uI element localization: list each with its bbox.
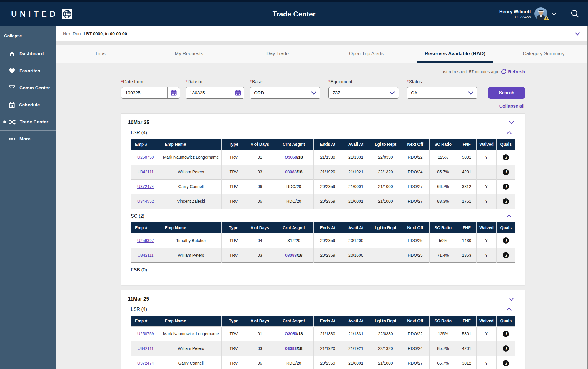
- table-header-cell: Lgl to Rept: [370, 316, 401, 326]
- tab-category-summary[interactable]: Category Summary: [499, 45, 588, 63]
- emp-number-link[interactable]: U259397: [137, 238, 154, 243]
- waived-cell: Y: [477, 233, 496, 248]
- base-label: Base: [252, 79, 262, 84]
- search-button[interactable]: Search: [488, 87, 525, 99]
- asgmt-link[interactable]: O3050: [285, 331, 297, 336]
- waived-cell: Y: [477, 356, 496, 369]
- type-cell: TRV: [221, 356, 246, 369]
- avatar[interactable]: [534, 7, 548, 21]
- table-header-cell: Avail At: [342, 139, 370, 150]
- equipment-select[interactable]: 737: [328, 87, 399, 99]
- emp-number-link[interactable]: U372474: [137, 361, 154, 365]
- sc-ratio-cell: 71.4%: [429, 248, 457, 263]
- quals-info-icon[interactable]: i: [503, 169, 509, 175]
- united-logo[interactable]: UNITED: [11, 9, 73, 20]
- emp-number-link[interactable]: U258759: [137, 155, 154, 160]
- next-run-chevron-icon[interactable]: [574, 32, 580, 36]
- tab-day-trade[interactable]: Day Trade: [233, 45, 322, 63]
- ends-at-cell: 20/2359: [314, 356, 342, 369]
- sidebar-item-label: More: [19, 136, 31, 142]
- days-cell: 06: [246, 194, 274, 209]
- quals-info-icon[interactable]: i: [503, 345, 509, 352]
- tab-reserves-available-rad[interactable]: Reserves Available (RAD): [411, 45, 500, 63]
- calendar-icon[interactable]: [235, 90, 241, 96]
- base-select[interactable]: ORD: [250, 87, 320, 99]
- asgmt-link[interactable]: 03083: [285, 346, 297, 351]
- emp-number-link[interactable]: U342111: [138, 253, 154, 258]
- quals-info-icon[interactable]: i: [503, 198, 509, 204]
- quals-info-icon[interactable]: i: [503, 252, 509, 258]
- app-header: UNITED Trade Center Henry Wilmott U12345…: [0, 0, 588, 26]
- sidebar-item-favorites[interactable]: Favorites: [0, 62, 56, 79]
- lgl-to-rept-cell: 22/1320: [370, 341, 401, 356]
- table-header-cell: # of Days: [246, 222, 274, 233]
- sidebar-item-comm-center[interactable]: Comm Center: [0, 79, 56, 96]
- next-off-cell: RDO/24: [401, 165, 429, 179]
- search-icon[interactable]: [570, 9, 579, 19]
- fnf-cell: 4201: [457, 165, 477, 179]
- date-card: 10Mar 25LSR (4)Emp #Emp NameType# of Day…: [121, 113, 525, 285]
- date-card-chevron-icon[interactable]: [509, 121, 514, 124]
- category-group: FSB (0): [131, 267, 515, 273]
- calendar-icon[interactable]: [171, 90, 177, 96]
- emp-number-link[interactable]: U342111: [138, 170, 154, 174]
- emp-number-link[interactable]: U344552: [137, 199, 154, 204]
- date-card-chevron-icon[interactable]: [509, 297, 514, 301]
- tab-my-requests[interactable]: My Requests: [145, 45, 233, 63]
- sidebar-collapse-button[interactable]: Collapse: [0, 32, 56, 40]
- type-cell: TRV: [221, 150, 246, 165]
- emp-name-cell: William Peters: [161, 341, 221, 356]
- table-header-cell: # of Days: [246, 139, 274, 150]
- required-marker: *: [186, 79, 187, 84]
- quals-info-icon[interactable]: i: [503, 154, 509, 160]
- group-chevron-icon[interactable]: [506, 131, 512, 135]
- collapse-all-link[interactable]: Collapse all: [499, 103, 524, 109]
- sidebar-item-more[interactable]: More: [0, 130, 56, 147]
- tab-trips[interactable]: Trips: [56, 45, 145, 63]
- status-select[interactable]: CA: [407, 87, 477, 99]
- sidebar-item-schedule[interactable]: Schedule: [0, 96, 56, 113]
- user-id: U123456: [499, 15, 531, 20]
- status-select-value: CA: [411, 90, 417, 95]
- table-header-cell: Type: [221, 139, 246, 150]
- quals-info-icon[interactable]: i: [503, 360, 509, 366]
- lgl-to-rept-cell: [370, 233, 401, 248]
- user-menu-chevron-icon[interactable]: [552, 11, 556, 17]
- table-row: U258759Mark Naumowicz LongernameTRV01O30…: [131, 150, 515, 165]
- sidebar-item-trade-center[interactable]: Trade Center: [0, 113, 56, 130]
- scrollbar[interactable]: [587, 26, 588, 369]
- required-marker: *: [121, 79, 123, 84]
- refresh-button[interactable]: Refresh: [501, 69, 525, 74]
- type-cell: TRV: [221, 165, 246, 179]
- emp-number-link[interactable]: U372474: [137, 184, 154, 189]
- table-header-cell: Next Off: [401, 316, 429, 326]
- tab-open-trip-alerts[interactable]: Open Trip Alerts: [322, 45, 411, 63]
- quals-info-icon[interactable]: i: [503, 184, 509, 190]
- table-header-cell: Quals: [496, 222, 515, 233]
- table-header-cell: Ends At: [314, 139, 342, 150]
- home-icon: [9, 51, 15, 57]
- asgmt-link[interactable]: O3050: [285, 155, 297, 160]
- emp-number-link[interactable]: U258759: [137, 331, 154, 336]
- asgmt-link[interactable]: 03083: [285, 170, 297, 174]
- user-menu[interactable]: Henry Wilmott U123456: [499, 7, 556, 21]
- emp-number-link[interactable]: U342111: [138, 346, 154, 351]
- quals-info-icon[interactable]: i: [503, 331, 509, 337]
- fnf-cell: 5801: [457, 150, 477, 165]
- group-chevron-icon[interactable]: [506, 214, 512, 218]
- sidebar-item-label: Dashboard: [19, 51, 44, 56]
- quals-info-icon[interactable]: i: [503, 237, 509, 244]
- days-cell: 03: [246, 248, 274, 263]
- sidebar-item-dashboard[interactable]: Dashboard: [0, 45, 56, 62]
- ends-at-cell: 21/1330: [314, 326, 342, 341]
- lgl-to-rept-cell: 22/0330: [370, 326, 401, 341]
- table-header-cell: FNF: [457, 139, 477, 150]
- next-off-cell: RDO/24: [401, 341, 429, 356]
- type-cell: TRV: [221, 326, 246, 341]
- group-chevron-icon[interactable]: [506, 308, 512, 311]
- days-cell: 06: [246, 179, 274, 194]
- sc-ratio-cell: 125%: [429, 326, 457, 341]
- asgmt-link[interactable]: 03083: [285, 253, 297, 258]
- divider: [56, 41, 588, 45]
- required-marker: *: [250, 79, 252, 84]
